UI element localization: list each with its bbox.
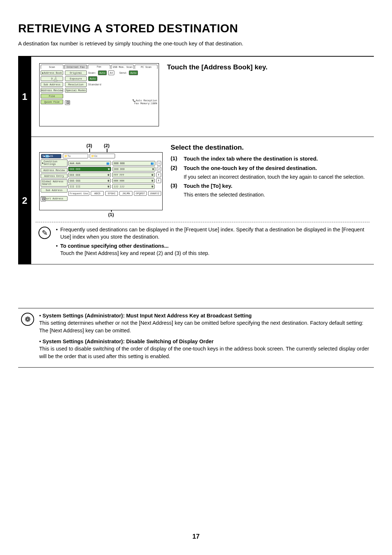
dest-eee[interactable]: EEE EEE	[68, 173, 111, 177]
preview-icon-2[interactable]: 🖼	[41, 197, 46, 202]
callout-3-label: (3)	[86, 143, 92, 148]
pencil-icon: ✎	[38, 227, 51, 239]
note-1-text: Frequently used destinations can be disp…	[60, 226, 367, 241]
exposure-button[interactable]: Exposure	[65, 76, 87, 81]
resolution-button[interactable]: Resolution	[65, 82, 87, 87]
address-review-button[interactable]: Address Review	[41, 88, 63, 93]
substep-2-num: (2)	[171, 165, 180, 180]
callout-2-label: (2)	[104, 143, 110, 148]
scan-label: Scan:	[88, 72, 97, 74]
scan-a4-button[interactable]: A4	[108, 70, 114, 75]
dest-fff[interactable]: FFF FFF	[112, 173, 155, 177]
page-number: 17	[0, 533, 392, 540]
dest-ccc[interactable]: CCC CCC	[68, 167, 111, 171]
preview-icon[interactable]: 🖼	[65, 100, 70, 105]
index-abcd[interactable]: ABCD	[91, 191, 104, 196]
resolution-standard: Standard	[88, 83, 101, 86]
sys-setting-1-desc: This setting determines whether or not t…	[39, 320, 363, 333]
page-num-1: 1	[157, 161, 161, 166]
note-2-head: To continue specifying other destination…	[60, 243, 169, 249]
scroll-down-icon[interactable]: ⬇	[156, 178, 161, 183]
sys-setting-2: • System Settings (Administrator): Disab…	[39, 338, 371, 360]
substep-2: (2) Touch the one-touch key of the desir…	[171, 165, 369, 180]
tab-usb-mem-scan[interactable]: USB Mem. Scan	[111, 65, 134, 69]
index-efghi[interactable]: EFGHI	[105, 191, 118, 196]
system-settings-block: ❁ • System Settings (Administrator): Mus…	[18, 308, 374, 368]
step2-heading: Select the destination.	[171, 143, 369, 151]
gear-icon: ❁	[21, 313, 34, 326]
dest-iii[interactable]: III III	[68, 184, 111, 189]
substep-3-note: This enters the selected destination.	[184, 191, 369, 198]
sys-setting-1: • System Settings (Administrator): Must …	[39, 312, 371, 334]
dest-jjj[interactable]: JJJ JJJ	[112, 184, 155, 189]
substep-1-num: (1)	[171, 155, 180, 162]
substep-3-num: (3)	[171, 182, 180, 198]
substep-1: (1) Touch the index tab where the destin…	[171, 155, 369, 162]
sub-address-button[interactable]: Sub Address	[41, 82, 63, 87]
substep-3-text: Touch the [To] key.	[184, 183, 232, 189]
address-review-button-2[interactable]: Address Review	[41, 168, 68, 173]
footer-status: 📞Auto Reception Fax Memory:100%	[132, 99, 157, 105]
dest-aaa[interactable]: AAA AAA	[68, 161, 111, 166]
dest-bbb[interactable]: BBB BBB	[113, 161, 155, 166]
quick-file-button[interactable]: Quick File	[41, 100, 63, 104]
dest-ggg[interactable]: GGG GGG	[68, 178, 111, 183]
cc-button[interactable]: 📁Cc	[90, 154, 115, 158]
tab-internet-fax[interactable]: Internet Fax	[64, 65, 87, 69]
scan-auto-button[interactable]: Auto	[98, 70, 107, 75]
note-2: • To continue specifying other destinati…	[56, 242, 367, 257]
global-address-search-button[interactable]: Global Address Search	[41, 179, 68, 187]
substep-3: (3) Touch the [To] key. This enters the …	[171, 182, 369, 198]
tab-pc-scan[interactable]: PC Scan	[135, 65, 158, 69]
tab-fax[interactable]: Fax	[88, 65, 111, 69]
address-entry-button[interactable]: Address Entry	[41, 174, 68, 178]
side-d[interactable]: D	[41, 76, 63, 81]
note-2-body: Touch the [Next Address] key and repeat …	[60, 250, 209, 256]
step1-number-text: 1	[22, 91, 27, 102]
page-title: RETRIEVING A STORED DESTINATION	[18, 22, 374, 35]
index-jklmn[interactable]: JKLMN	[119, 191, 132, 196]
index-frequent-use[interactable]: Frequent Use	[68, 191, 89, 196]
substep-2-text: Touch the one-touch key of the desired d…	[184, 165, 317, 171]
file-button[interactable]: File	[41, 94, 63, 98]
breadcrumb[interactable]: 5 ▶ ☎ ▶ 15	[41, 154, 61, 158]
index-uvwxyz[interactable]: UVWXYZ	[148, 191, 161, 196]
sub-address-button-2[interactable]: Sub Address	[41, 188, 68, 193]
step1-screenshot: Scan Internet Fax Fax USB Mem. Scan PC S…	[39, 63, 159, 126]
note-1: • Frequently used destinations can be di…	[56, 226, 367, 241]
address-book-button[interactable]: ▶Address Book	[41, 70, 63, 75]
original-button[interactable]: Original	[65, 70, 87, 75]
send-label: Send:	[119, 72, 128, 74]
sys-setting-2-head: System Settings (Administrator): Disable…	[42, 339, 213, 344]
sys-setting-2-desc: This is used to disable switching of the…	[39, 346, 369, 359]
step-number-1: 1	[18, 57, 31, 137]
step2-number-text: 2	[22, 195, 27, 206]
step-number-2: 2	[18, 137, 31, 264]
scroll-up-icon[interactable]: ⬆	[156, 173, 161, 177]
special-modes-button[interactable]: Special Modes	[65, 88, 87, 93]
exposure-auto-button[interactable]: Auto	[88, 76, 97, 81]
substep-2-note: If you select an incorrect destination, …	[184, 174, 369, 181]
dest-hhh[interactable]: HHH HHH	[112, 178, 155, 183]
send-auto-button[interactable]: Auto	[129, 70, 138, 75]
step1-heading: Touch the [Address Book] key.	[167, 63, 369, 71]
index-opqrst[interactable]: OPQRST	[134, 191, 147, 196]
step2-screenshot-area: (3) (2) (1) 5 ▶ ☎ ▶ 15	[39, 143, 163, 216]
tab-scan[interactable]: Scan	[41, 65, 64, 69]
to-button[interactable]: 📁To	[63, 154, 88, 158]
dest-ddd[interactable]: DDD DDD	[113, 167, 155, 171]
callout-1-label: (1)	[108, 212, 114, 217]
page-intro: A destination fax number is retrieved by…	[18, 40, 374, 46]
substep-1-text: Touch the index tab where the destinatio…	[184, 155, 318, 162]
sys-setting-1-head: System Settings (Administrator): Must In…	[42, 313, 252, 319]
condition-settings-button[interactable]: ▶Condition Settings	[41, 159, 68, 167]
page-num-2: 2	[157, 167, 161, 171]
